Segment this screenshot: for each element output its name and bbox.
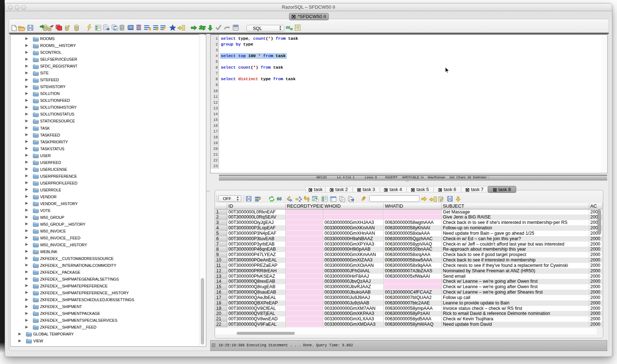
- svg-text:66: 66: [277, 196, 282, 201]
- svg-text:66: 66: [286, 25, 290, 30]
